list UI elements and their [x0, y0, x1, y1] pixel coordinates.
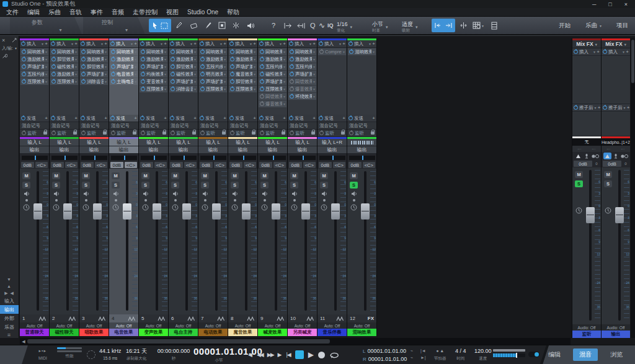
- mute-button[interactable]: M: [231, 172, 239, 179]
- channel-strip-2[interactable]: 插入▾ + 回响效果▾胆管效果▾磁性效果▾激励效果▾压限效果▾ 发送+ 混合记号…: [50, 38, 79, 336]
- mix-marker-row[interactable]: 混合记号: [318, 122, 347, 130]
- list-icon[interactable]: ≡: [0, 331, 19, 338]
- grid-settings-button[interactable]: ▾: [473, 17, 484, 34]
- mute-button[interactable]: M: [320, 172, 328, 179]
- insert-slot[interactable]: 电音效果▾: [110, 71, 138, 78]
- fader-handle[interactable]: [93, 203, 102, 220]
- channel-strip-6[interactable]: 插入▾ + 回响效果▾激励效果▾胆管效果▾磁性效果▾声场扩展▾消除齿音▾ 发送+…: [169, 38, 198, 336]
- add-send-button[interactable]: +: [193, 115, 197, 121]
- insert-power-icon[interactable]: [51, 64, 56, 69]
- pan-control[interactable]: [318, 154, 347, 161]
- insert-slot[interactable]: 声场扩展▾: [199, 78, 227, 85]
- inserts-header[interactable]: 插入▾ +: [79, 40, 109, 48]
- pan-value[interactable]: <C>: [333, 162, 346, 168]
- fader-handle[interactable]: [63, 203, 72, 220]
- output-row[interactable]: 输出: [347, 146, 376, 154]
- automation-mode[interactable]: Auto: Off: [139, 322, 168, 329]
- add-insert-button[interactable]: +: [372, 41, 375, 47]
- insert-power-icon[interactable]: [171, 57, 175, 61]
- automation-mode[interactable]: Auto: Off: [258, 322, 287, 329]
- position-display[interactable]: 00001.01.01.00 小节: [193, 347, 244, 364]
- input-row[interactable]: 输入 L: [288, 139, 317, 146]
- cue-power-icon[interactable]: [141, 131, 145, 135]
- monitor-speaker-icon[interactable]: [143, 191, 149, 197]
- solo-button[interactable]: S: [22, 182, 30, 189]
- insert-power-icon[interactable]: [81, 72, 86, 76]
- rail-tab-外部[interactable]: 外部: [0, 314, 19, 322]
- automation-mode[interactable]: Auto: Off: [79, 322, 109, 329]
- insert-power-icon[interactable]: [51, 72, 56, 76]
- sends-header[interactable]: 发送+: [79, 115, 109, 122]
- fader-handle[interactable]: [242, 203, 251, 220]
- mute-button[interactable]: M: [260, 172, 269, 179]
- channel-name-label[interactable]: 唱歌效果: [79, 329, 109, 336]
- insert-power-icon[interactable]: [260, 57, 264, 61]
- loop-button[interactable]: [329, 352, 340, 358]
- output-row[interactable]: 输出: [288, 146, 317, 154]
- insert-slot[interactable]: 声场扩展▾: [110, 63, 138, 70]
- monitor-speaker-icon[interactable]: [24, 191, 30, 197]
- solo-button[interactable]: S: [201, 182, 209, 189]
- insert-slot[interactable]: 土嗨电音▾: [110, 78, 138, 85]
- add-insert-button[interactable]: +: [164, 41, 167, 47]
- insert-slot[interactable]: 回响效果▾: [229, 48, 257, 55]
- menu-item[interactable]: 文件: [2, 8, 23, 17]
- inserts-power-icon[interactable]: [110, 42, 115, 46]
- automation-clock-icon[interactable]: [53, 204, 60, 211]
- output-row[interactable]: 输出: [109, 146, 138, 154]
- input-row[interactable]: 输入 L: [20, 139, 49, 146]
- add-send-button[interactable]: +: [283, 115, 286, 121]
- insert-slot[interactable]: 激励效果▾: [169, 56, 197, 63]
- mixfx-header[interactable]: Mix FX▾: [572, 40, 601, 48]
- add-send-button[interactable]: +: [598, 105, 601, 110]
- speakers-icon[interactable]: [592, 153, 600, 159]
- talkback-mic-icon[interactable]: [612, 153, 620, 159]
- automation-mode[interactable]: Auto: Off: [318, 322, 347, 329]
- secondary-time-display[interactable]: 00:00:00.000 秒: [155, 347, 192, 362]
- return-to-zero-button[interactable]: |◀: [286, 352, 291, 358]
- add-send-button[interactable]: +: [164, 115, 167, 121]
- add-insert-button[interactable]: +: [253, 41, 256, 47]
- pan-control[interactable]: [228, 154, 257, 161]
- insert-power-icon[interactable]: [51, 50, 56, 54]
- inserts-power-icon[interactable]: [259, 42, 264, 46]
- sends-power-icon[interactable]: [140, 116, 144, 120]
- play-button[interactable]: ▶: [308, 350, 314, 359]
- timestretch-in-icon[interactable]: [284, 17, 293, 34]
- project-page-button[interactable]: 项目: [611, 17, 633, 34]
- add-insert-button[interactable]: +: [104, 41, 107, 47]
- tempo-display[interactable]: 120.00 速度: [474, 347, 492, 362]
- mix-marker-row[interactable]: 混合记号: [20, 122, 49, 130]
- channel-strip-5[interactable]: 插入▾ + 回响效果▾激励效果▾声场扩展▾均衡效果 3▾变音效果▾压限效果▾ 发…: [139, 38, 169, 336]
- automation-clock-icon[interactable]: [291, 204, 298, 211]
- sends-header[interactable]: 发送+: [109, 115, 138, 122]
- sends-header[interactable]: 发送+: [228, 115, 257, 122]
- insert-power-icon[interactable]: [349, 50, 353, 54]
- add-send-button[interactable]: +: [104, 115, 107, 121]
- sends-header[interactable]: 发送+: [347, 115, 376, 122]
- output-row[interactable]: 输出: [139, 146, 168, 154]
- inserts-header[interactable]: 插入▾ +: [109, 40, 138, 48]
- control-dropdown[interactable]: 控制▾: [83, 17, 145, 34]
- insert-power-icon[interactable]: [171, 87, 175, 91]
- collapse-down-icon[interactable]: ▼: [0, 276, 19, 283]
- pan-value[interactable]: <C>: [273, 162, 286, 168]
- eraser-tool-icon[interactable]: [190, 17, 198, 34]
- wrench-icon[interactable]: [0, 52, 19, 60]
- pan-value[interactable]: <C>: [154, 162, 167, 168]
- monitor-speaker-icon[interactable]: [321, 191, 327, 197]
- gain-value[interactable]: 0dB: [170, 162, 183, 168]
- cue-power-icon[interactable]: [22, 131, 26, 135]
- snap-dropdown[interactable]: 适度吸附 ▾: [402, 19, 418, 36]
- inserts-power-icon[interactable]: [51, 42, 55, 46]
- insert-slot[interactable]: 五段均衡▾: [20, 71, 48, 78]
- add-insert-button[interactable]: +: [597, 49, 600, 55]
- insert-power-icon[interactable]: [260, 102, 264, 106]
- cue-power-icon[interactable]: [200, 131, 205, 135]
- mute-button[interactable]: M: [22, 172, 30, 179]
- insert-power-icon[interactable]: [51, 57, 56, 61]
- cue-power-icon[interactable]: [349, 131, 353, 135]
- insert-power-icon[interactable]: [260, 72, 264, 76]
- pan-control[interactable]: [50, 154, 79, 161]
- input-row[interactable]: 输入 L: [139, 139, 168, 146]
